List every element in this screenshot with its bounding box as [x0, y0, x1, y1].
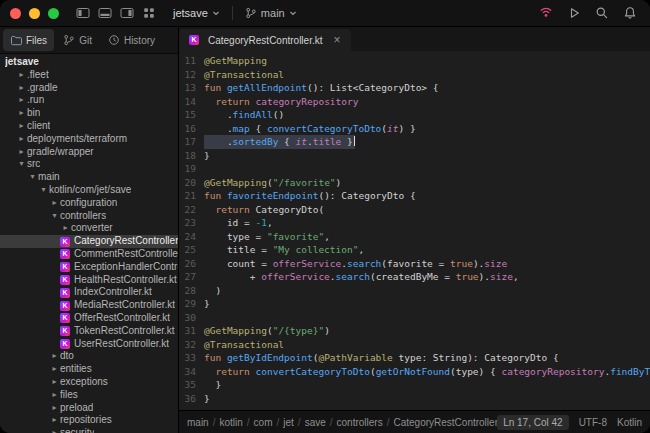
chevron-right-icon[interactable]: ▸ — [16, 133, 27, 146]
tree-item-file[interactable]: KHealthRestController.kt — [0, 274, 178, 287]
branch-selector[interactable]: main — [241, 5, 301, 21]
code-line[interactable]: 27 + offerService.search(createdByMe = t… — [179, 270, 650, 284]
chevron-right-icon[interactable]: ▸ — [49, 414, 60, 427]
tree-item-folder[interactable]: ▸configuration — [0, 197, 178, 210]
code-line[interactable]: 15 .findAll() — [179, 108, 650, 122]
chevron-right-icon[interactable]: ▸ — [16, 120, 27, 133]
code-line[interactable]: 31@GetMapping("/{type}") — [179, 324, 650, 338]
chevron-right-icon[interactable]: ▸ — [60, 222, 71, 235]
chevron-down-icon[interactable]: ▾ — [49, 210, 60, 223]
search-button[interactable] — [592, 3, 612, 23]
tree-item-folder[interactable]: ▸.run — [0, 94, 178, 107]
chevron-right-icon[interactable]: ▸ — [49, 427, 60, 433]
chevron-right-icon[interactable]: ▸ — [49, 402, 60, 415]
chevron-right-icon[interactable]: ▸ — [49, 350, 60, 363]
toggle-left-panel-button[interactable] — [73, 3, 93, 23]
code-line[interactable]: 34 return convertCategoryToDto(getOrNotF… — [179, 365, 650, 379]
tab-files[interactable]: Files — [3, 29, 54, 51]
code-line[interactable]: 24 type = "favorite", — [179, 230, 650, 244]
tree-item-folder[interactable]: ▾main — [0, 171, 178, 184]
code-line[interactable]: 20@GetMapping("/favorite") — [179, 176, 650, 190]
minimize-window-button[interactable] — [29, 8, 40, 19]
chevron-right-icon[interactable]: ▸ — [49, 376, 60, 389]
workspace-layout-button[interactable] — [139, 3, 159, 23]
tree-item-file[interactable]: KMediaRestController.kt — [0, 299, 178, 312]
code-line[interactable]: 17 .sortedBy { it.title } — [179, 135, 650, 149]
code-line[interactable]: 35 } — [179, 378, 650, 392]
code-line[interactable]: 19 — [179, 162, 650, 176]
breadcrumb-item[interactable]: jet — [283, 417, 294, 428]
tree-item-folder[interactable]: ▾kotlin/com/jet/save — [0, 184, 178, 197]
breadcrumb-item[interactable]: controllers — [337, 417, 383, 428]
project-selector[interactable]: jetsave — [169, 5, 224, 21]
chevron-right-icon[interactable]: ▸ — [16, 69, 27, 82]
code-line[interactable]: 25 title = "My collection", — [179, 243, 650, 257]
encoding-indicator[interactable]: UTF-8 — [579, 417, 607, 428]
tree-item-folder[interactable]: ▸gradle/wrapper — [0, 146, 178, 159]
tree-item-folder[interactable]: ▸dto — [0, 350, 178, 363]
chevron-down-icon[interactable]: ▾ — [38, 184, 49, 197]
code-line[interactable]: 30 — [179, 311, 650, 325]
breadcrumb-item[interactable]: CategoryRestController.kt — [393, 417, 497, 428]
code-line[interactable]: 28 ) — [179, 284, 650, 298]
chevron-right-icon[interactable]: ▸ — [49, 363, 60, 376]
tab-close-icon[interactable]: × — [334, 35, 341, 45]
chevron-right-icon[interactable]: ▸ — [49, 389, 60, 402]
tab-history[interactable]: History — [101, 29, 162, 51]
language-indicator[interactable]: Kotlin — [617, 417, 642, 428]
chevron-right-icon[interactable]: ▸ — [16, 82, 27, 95]
breadcrumb-item[interactable]: main — [187, 417, 209, 428]
breadcrumb-item[interactable]: save — [305, 417, 326, 428]
code-line[interactable]: 22 return CategoryDto( — [179, 203, 650, 217]
code-line[interactable]: 12@Transactional — [179, 68, 650, 82]
code-line[interactable]: 23 id = -1, — [179, 216, 650, 230]
tree-item-folder[interactable]: ▸preload — [0, 402, 178, 415]
tree-item-file[interactable]: KCategoryRestController.kt — [0, 235, 178, 248]
tree-item-folder[interactable]: ▸entities — [0, 363, 178, 376]
breadcrumb-item[interactable]: kotlin — [219, 417, 242, 428]
code-line[interactable]: 33fun getByIdEndpoint(@PathVariable type… — [179, 351, 650, 365]
tree-item-file[interactable]: KUserRestController.kt — [0, 338, 178, 351]
tree-item-folder[interactable]: ▸exceptions — [0, 376, 178, 389]
tree-item-folder[interactable]: ▸repositories — [0, 414, 178, 427]
code-editor[interactable]: 11@GetMapping12@Transactional13fun getAl… — [179, 51, 650, 410]
caret-position[interactable]: Ln 17, Col 42 — [497, 415, 569, 430]
code-line[interactable]: 13fun getAllEndpoint(): List<CategoryDto… — [179, 81, 650, 95]
chevron-down-icon[interactable]: ▾ — [16, 158, 27, 171]
tree-item-file[interactable]: KIndexController.kt — [0, 286, 178, 299]
editor-tab[interactable]: K CategoryRestController.kt × — [179, 29, 351, 51]
chevron-down-icon[interactable]: ▾ — [27, 171, 38, 184]
tree-item-folder[interactable]: ▸security — [0, 427, 178, 433]
tree-item-file[interactable]: KExceptionHandlerController.kt — [0, 261, 178, 274]
smart-mode-button[interactable] — [536, 3, 556, 23]
chevron-right-icon[interactable]: ▸ — [16, 94, 27, 107]
tree-item-folder[interactable]: jetsave — [0, 56, 178, 69]
tree-item-folder[interactable]: ▸deployments/terraform — [0, 133, 178, 146]
tree-item-file[interactable]: KOfferRestController.kt — [0, 312, 178, 325]
code-line[interactable]: 21fun favoriteEndpoint(): CategoryDto { — [179, 189, 650, 203]
chevron-right-icon[interactable]: ▸ — [16, 107, 27, 120]
code-line[interactable]: 14 return categoryRepository — [179, 95, 650, 109]
chevron-right-icon[interactable]: ▸ — [49, 197, 60, 210]
tree-item-folder[interactable]: ▸client — [0, 120, 178, 133]
tree-item-folder[interactable]: ▾controllers — [0, 210, 178, 223]
toggle-bottom-panel-button[interactable] — [95, 3, 115, 23]
toggle-right-panel-button[interactable] — [117, 3, 137, 23]
tree-item-folder[interactable]: ▸.fleet — [0, 69, 178, 82]
tree-item-file[interactable]: KCommentRestController.kt — [0, 248, 178, 261]
tree-item-folder[interactable]: ▸bin — [0, 107, 178, 120]
tree-item-folder[interactable]: ▸files — [0, 389, 178, 402]
breadcrumb-item[interactable]: com — [254, 417, 273, 428]
run-button[interactable] — [564, 3, 584, 23]
tree-item-folder[interactable]: ▾src — [0, 158, 178, 171]
tree-item-folder[interactable]: ▸converter — [0, 222, 178, 235]
notifications-button[interactable] — [620, 3, 640, 23]
code-line[interactable]: 26 count = offerService.search(favorite … — [179, 257, 650, 271]
tree-item-folder[interactable]: ▸.gradle — [0, 82, 178, 95]
code-line[interactable]: 29} — [179, 297, 650, 311]
code-line[interactable]: 32@Transactional — [179, 338, 650, 352]
code-line[interactable]: 16 .map { convertCategoryToDto(it) } — [179, 122, 650, 136]
code-line[interactable]: 11@GetMapping — [179, 54, 650, 68]
code-line[interactable]: 18} — [179, 149, 650, 163]
close-window-button[interactable] — [10, 8, 21, 19]
